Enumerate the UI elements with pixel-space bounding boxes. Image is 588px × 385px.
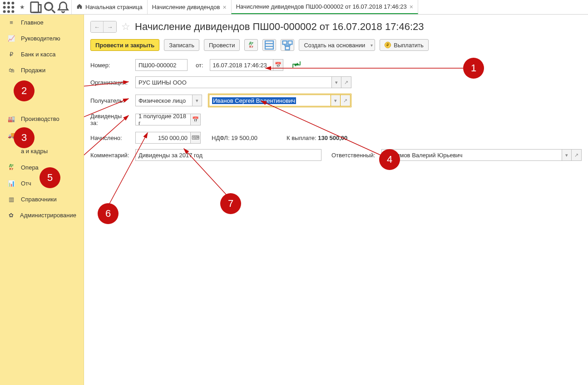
- recipient-type-group: Физическое лицо ▾: [135, 95, 202, 106]
- sidebar-item-rukovod[interactable]: 📈Руководителю: [0, 30, 84, 46]
- org-field-group: РУС ШИНЫ ООО ▾ ↗: [135, 76, 351, 88]
- svg-line-25: [261, 101, 381, 155]
- ruble-icon: ₽: [7, 51, 15, 58]
- sidebar-item-kadry[interactable]: а и кадры: [0, 143, 84, 159]
- label-ot: от:: [196, 62, 203, 69]
- svg-point-4: [7, 6, 10, 9]
- save-button[interactable]: Записать: [164, 39, 199, 51]
- chart-up-icon: 📈: [7, 35, 15, 42]
- factory-icon: 🏭: [7, 115, 15, 122]
- sidebar-item-sprav[interactable]: ▥Справочники: [0, 191, 84, 207]
- label-nomer: Номер:: [90, 62, 129, 69]
- sidebar-item-prodazhi[interactable]: 🛍Продажи: [0, 62, 84, 78]
- history-icon[interactable]: [29, 0, 43, 15]
- recipient-field[interactable]: Иванов Сергей Валентинович: [209, 95, 331, 106]
- search-icon[interactable]: [43, 0, 56, 15]
- post-button[interactable]: Провести: [204, 39, 240, 51]
- sidebar-item-label: Отч: [21, 180, 31, 187]
- topbar: ★ Начальная страница Начисление дивиденд…: [0, 0, 588, 15]
- calendar-icon[interactable]: 📅: [191, 114, 201, 125]
- open-icon[interactable]: ↗: [572, 149, 582, 161]
- sidebar-item-admin[interactable]: ✿Администрирование: [0, 207, 84, 223]
- nachisleno-field[interactable]: 150 000,00: [135, 132, 191, 144]
- date-field[interactable]: 16.07.2018 17:46:23: [210, 59, 273, 71]
- sidebar-item-glavnoe[interactable]: ≡Главное: [0, 15, 84, 30]
- period-field[interactable]: 1 полугодие 2018 г: [135, 114, 191, 125]
- row-org: Организация: РУС ШИНЫ ООО ▾ ↗: [90, 76, 582, 88]
- nomer-field[interactable]: ПШ00-000002: [135, 59, 188, 71]
- svg-point-6: [3, 10, 6, 13]
- dropdown-icon[interactable]: ▾: [192, 95, 202, 106]
- sidebar-item-bank[interactable]: ₽Банк и касса: [0, 46, 84, 62]
- dropdown-icon[interactable]: ▾: [562, 149, 572, 161]
- otvetstv-field[interactable]: Любимов Валерий Юрьевич: [381, 149, 562, 161]
- sidebar-item-label: Опера: [21, 164, 39, 171]
- show-movements-button[interactable]: [262, 39, 276, 51]
- open-icon[interactable]: ↗: [341, 76, 351, 88]
- callout-6: 6: [98, 203, 119, 224]
- header-row: ← → ☆ Начисление дивидендов ПШ00-000002 …: [90, 21, 582, 33]
- bell-icon[interactable]: [56, 0, 70, 15]
- svg-point-2: [11, 1, 14, 4]
- otvetstv-group: Любимов Валерий Юрьевич ▾ ↗: [381, 149, 582, 161]
- close-icon[interactable]: ×: [223, 4, 227, 10]
- post-and-close-button[interactable]: Провести и закрыть: [90, 39, 159, 51]
- page-title: Начисление дивидендов ПШ00-000002 от 16.…: [135, 21, 424, 33]
- sidebar-item-proizvod[interactable]: 🏭Производство: [0, 111, 84, 127]
- recipient-type-field[interactable]: Физическое лицо: [135, 95, 192, 106]
- dropdown-icon[interactable]: ▾: [331, 76, 341, 88]
- close-icon[interactable]: ×: [410, 4, 413, 10]
- label-ndfl: НДФЛ:: [212, 135, 230, 141]
- refresh-icon[interactable]: [292, 61, 301, 69]
- sidebar-item-hidden2[interactable]: [0, 95, 84, 111]
- dropdown-icon[interactable]: ▾: [331, 95, 341, 106]
- ndfl-block: НДФЛ: 19 500,00: [212, 135, 257, 141]
- main: ← → ☆ Начисление дивидендов ПШ00-000002 …: [84, 15, 588, 385]
- svg-line-11: [52, 10, 55, 13]
- org-field[interactable]: РУС ШИНЫ ООО: [135, 76, 331, 88]
- create-based-on-button[interactable]: Создать на основании: [299, 39, 375, 51]
- tab-home[interactable]: Начальная страница: [71, 0, 148, 14]
- sidebar-item-hidden1[interactable]: [0, 78, 84, 95]
- period-group: 1 полугодие 2018 г 📅: [135, 114, 201, 125]
- recipient-text: Иванов Сергей Валентинович: [212, 97, 296, 104]
- sidebar-item-label: а и кадры: [21, 148, 48, 155]
- forward-button[interactable]: →: [104, 21, 116, 32]
- calendar-icon[interactable]: 📅: [273, 59, 283, 71]
- back-button[interactable]: ←: [91, 21, 104, 32]
- star-icon[interactable]: ★: [15, 0, 29, 15]
- kommentariy-field[interactable]: Дивиденды за 2017 год: [135, 149, 321, 161]
- row-comment: Комментарий: Дивиденды за 2017 год Ответ…: [90, 149, 582, 161]
- calculator-icon[interactable]: ⌨: [191, 132, 201, 144]
- sidebar-item-label: Продажи: [21, 67, 45, 74]
- open-icon[interactable]: ↗: [341, 95, 351, 106]
- pay-button-label: Выплатить: [394, 42, 424, 49]
- bag-icon: 🛍: [7, 67, 15, 74]
- apps-grid-icon[interactable]: [2, 0, 15, 15]
- label-org: Организация:: [90, 79, 129, 86]
- svg-point-3: [3, 6, 6, 9]
- svg-rect-16: [288, 41, 292, 45]
- favorite-star-icon[interactable]: ☆: [121, 21, 130, 33]
- row-amounts: Начислено: 150 000,00 ⌨ НДФЛ: 19 500,00 …: [90, 132, 582, 144]
- dtkt-button[interactable]: ДтКт: [244, 39, 258, 51]
- menu-icon: ≡: [7, 19, 15, 26]
- k-vyplate-value: 130 500,00: [318, 135, 347, 141]
- tab-label: Начисление дивидендов ПШ00-000002 от 16.…: [236, 3, 407, 10]
- pay-button[interactable]: ₽Выплатить: [380, 39, 429, 51]
- recipient-highlight: Иванов Сергей Валентинович ▾ ↗: [208, 94, 351, 107]
- book-icon: ▥: [7, 196, 15, 203]
- svg-rect-15: [283, 41, 287, 45]
- callout-2: 2: [14, 80, 35, 101]
- tab-dividends-list[interactable]: Начисление дивидендов ×: [147, 0, 232, 14]
- nav-buttons: ← →: [90, 21, 117, 33]
- coin-icon: ₽: [385, 42, 391, 48]
- topbar-tools: ★: [0, 0, 72, 14]
- sidebar-item-hidden3[interactable]: 🚚: [0, 127, 84, 143]
- tab-dividends-doc[interactable]: Начисление дивидендов ПШ00-000002 от 16.…: [231, 0, 418, 14]
- structure-button[interactable]: [281, 39, 294, 51]
- svg-point-5: [11, 6, 14, 9]
- svg-point-10: [45, 2, 53, 10]
- sidebar-item-label: Руководителю: [21, 35, 60, 42]
- home-icon: [76, 3, 83, 11]
